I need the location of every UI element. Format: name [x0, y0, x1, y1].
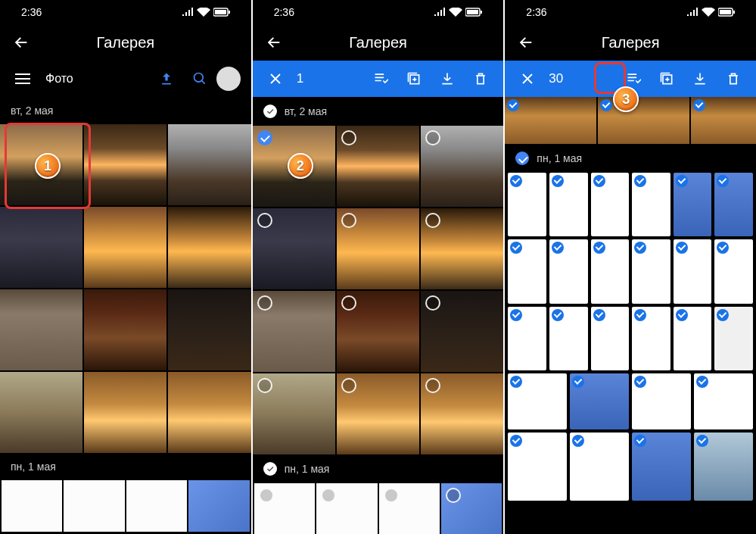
photo-tile[interactable]: [674, 173, 712, 236]
photo-tile[interactable]: [508, 239, 546, 303]
photo-tile[interactable]: [591, 239, 630, 303]
selection-indicator[interactable]: [425, 130, 440, 145]
photo-tile[interactable]: [674, 307, 712, 370]
photo-tile[interactable]: [84, 207, 166, 288]
photo-tile[interactable]: [337, 126, 419, 207]
selection-indicator[interactable]: [341, 213, 356, 228]
selection-indicator[interactable]: [510, 242, 522, 254]
selection-indicator[interactable]: [593, 309, 605, 321]
back-button[interactable]: [6, 27, 36, 58]
photo-tile[interactable]: [316, 483, 377, 534]
photo-tile[interactable]: [421, 291, 503, 372]
selection-indicator[interactable]: [717, 175, 729, 187]
download-button[interactable]: [683, 62, 717, 95]
photo-tile[interactable]: [570, 433, 629, 501]
date-header[interactable]: пн, 1 мая: [505, 144, 756, 173]
selection-indicator[interactable]: [446, 488, 461, 503]
avatar[interactable]: [216, 67, 241, 91]
photo-tile[interactable]: [168, 207, 250, 288]
selection-indicator[interactable]: [696, 376, 708, 388]
photo-tile[interactable]: [168, 372, 250, 453]
photo-tile[interactable]: [168, 289, 250, 370]
photo-tile[interactable]: [0, 372, 82, 453]
photo-tile[interactable]: [694, 433, 753, 501]
photo-tile[interactable]: [598, 97, 689, 144]
photo-tile[interactable]: [714, 307, 753, 370]
photo-tile[interactable]: [632, 373, 691, 429]
date-checkbox[interactable]: [263, 462, 277, 476]
selection-indicator[interactable]: [425, 295, 440, 311]
photo-tile[interactable]: [674, 239, 712, 303]
selection-indicator[interactable]: [510, 309, 522, 321]
selection-indicator[interactable]: [600, 99, 612, 111]
photo-tile[interactable]: [632, 307, 670, 370]
photo-tile[interactable]: [691, 97, 756, 144]
selection-indicator[interactable]: [510, 175, 522, 187]
photo-tile[interactable]: [549, 239, 588, 303]
selection-indicator[interactable]: [341, 130, 356, 145]
selection-indicator[interactable]: [572, 376, 584, 388]
selection-indicator[interactable]: [717, 242, 729, 254]
back-button[interactable]: [511, 27, 541, 58]
close-selection-button[interactable]: [259, 62, 292, 95]
photo-tile[interactable]: [694, 373, 753, 429]
selection-indicator[interactable]: [384, 488, 399, 503]
photo-tile[interactable]: [505, 97, 596, 144]
photo-tile[interactable]: [508, 173, 546, 236]
selection-indicator[interactable]: [341, 295, 356, 311]
photo-tile[interactable]: [714, 173, 753, 236]
toolbar-label[interactable]: Фото: [39, 72, 79, 86]
selection-indicator[interactable]: [257, 130, 272, 145]
close-selection-button[interactable]: [511, 62, 544, 95]
photo-tile[interactable]: [421, 373, 503, 454]
selection-indicator[interactable]: [676, 309, 688, 321]
photo-tile[interactable]: [508, 307, 546, 370]
photo-tile[interactable]: [714, 239, 753, 303]
photo-tile[interactable]: [421, 208, 503, 289]
selection-indicator[interactable]: [510, 435, 522, 447]
photo-tile[interactable]: [549, 173, 588, 236]
photo-tile[interactable]: [508, 373, 567, 429]
menu-button[interactable]: [6, 62, 39, 95]
photo-tile[interactable]: [591, 173, 630, 236]
selection-indicator[interactable]: [593, 175, 605, 187]
selection-indicator[interactable]: [593, 242, 605, 254]
selection-indicator[interactable]: [552, 175, 564, 187]
selection-indicator[interactable]: [259, 488, 274, 503]
selection-indicator[interactable]: [572, 435, 584, 447]
photo-tile[interactable]: [84, 289, 166, 370]
photo-tile[interactable]: [253, 373, 335, 454]
search-button[interactable]: [183, 62, 216, 95]
date-header-2[interactable]: пн, 1 мая: [253, 454, 504, 483]
selection-indicator[interactable]: [552, 309, 564, 321]
selection-indicator[interactable]: [425, 213, 440, 228]
photo-tile[interactable]: [84, 372, 166, 453]
selection-indicator[interactable]: [341, 378, 356, 393]
photo-tile[interactable]: [379, 483, 440, 534]
selection-indicator[interactable]: [425, 378, 440, 393]
selection-indicator[interactable]: [634, 242, 646, 254]
back-button[interactable]: [259, 27, 289, 58]
selection-indicator[interactable]: [510, 376, 522, 388]
selection-indicator[interactable]: [634, 435, 646, 447]
photo-tile[interactable]: [549, 307, 588, 370]
selection-indicator[interactable]: [696, 435, 708, 447]
selection-indicator[interactable]: [634, 175, 646, 187]
photo-tile[interactable]: [441, 483, 502, 534]
selection-indicator[interactable]: [717, 309, 729, 321]
photo-tile[interactable]: [570, 373, 629, 429]
photo-tile[interactable]: [253, 208, 335, 289]
photo-tile[interactable]: [126, 480, 187, 532]
photo-tile[interactable]: [253, 291, 335, 372]
photo-tile[interactable]: [84, 124, 166, 205]
photo-tile[interactable]: [632, 433, 691, 501]
selection-indicator[interactable]: [257, 213, 272, 228]
photo-tile[interactable]: [632, 173, 670, 236]
photo-tile[interactable]: [421, 126, 503, 207]
selection-indicator[interactable]: [257, 295, 272, 311]
photo-tile[interactable]: [254, 483, 315, 534]
add-to-button[interactable]: [397, 62, 431, 95]
add-to-button[interactable]: [650, 62, 683, 95]
selection-indicator[interactable]: [634, 309, 646, 321]
photo-tile[interactable]: [188, 480, 249, 532]
